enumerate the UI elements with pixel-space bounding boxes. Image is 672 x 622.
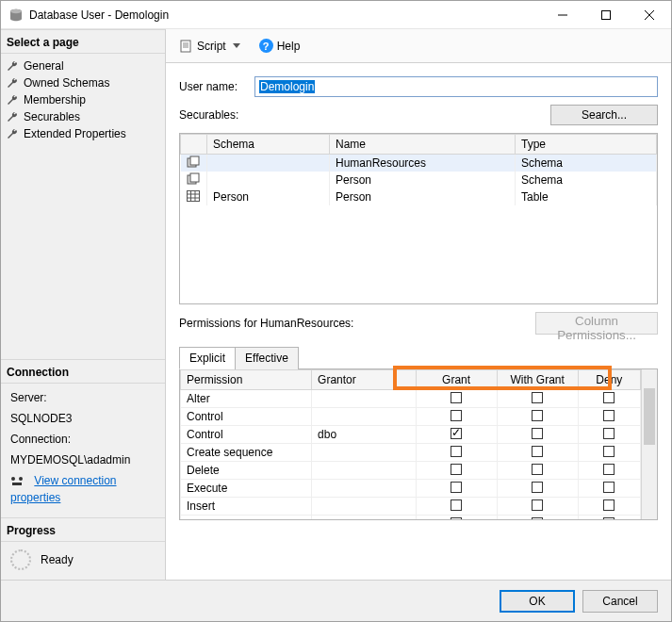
checkbox-icon[interactable]	[603, 499, 615, 511]
checkbox-icon[interactable]	[532, 482, 543, 493]
cancel-button[interactable]: Cancel	[582, 590, 658, 613]
nav-item-membership[interactable]: Membership	[1, 91, 165, 108]
permission-row[interactable]: Execute	[181, 480, 641, 498]
content-area: User name: Demologin Securables: Search.…	[166, 63, 671, 580]
checkbox-cell[interactable]	[497, 408, 578, 426]
col-permission[interactable]: Permission	[181, 370, 312, 390]
checkbox-cell[interactable]	[416, 462, 497, 480]
checkbox-icon[interactable]	[532, 517, 543, 520]
checkbox-cell[interactable]	[416, 480, 497, 498]
cell-name: Person	[330, 172, 516, 188]
search-button[interactable]: Search...	[550, 105, 658, 125]
checkbox-icon[interactable]	[451, 517, 462, 520]
checkbox-cell[interactable]	[578, 408, 640, 426]
checkbox-icon[interactable]	[532, 392, 543, 403]
checkbox-cell[interactable]	[416, 426, 497, 444]
checkbox-icon[interactable]	[451, 428, 462, 439]
tab-explicit[interactable]: Explicit	[179, 347, 236, 369]
cell-permission: Control	[181, 408, 312, 426]
dialog-body: Select a page General Owned Schemas Memb…	[1, 29, 671, 580]
nav-item-extended-properties[interactable]: Extended Properties	[1, 125, 165, 142]
checkbox-cell[interactable]	[578, 516, 640, 520]
securables-grid[interactable]: Schema Name Type HumanResourcesSchemaPer…	[179, 133, 658, 304]
nav-item-owned-schemas[interactable]: Owned Schemas	[1, 74, 165, 91]
checkbox-cell[interactable]	[578, 390, 640, 408]
server-value: SQLNODE3	[10, 410, 159, 427]
vertical-scrollbar[interactable]	[641, 369, 657, 519]
checkbox-icon[interactable]	[532, 446, 543, 457]
ok-button[interactable]: OK	[500, 590, 575, 613]
checkbox-icon[interactable]	[603, 482, 615, 493]
connection-value: MYDEMOSQL\adadmin	[10, 451, 159, 468]
permission-row[interactable]: Insert	[181, 498, 641, 516]
minimize-button[interactable]	[541, 1, 584, 29]
permission-row[interactable]: Alter	[181, 390, 641, 408]
col-grantor[interactable]: Grantor	[312, 370, 416, 390]
permission-row[interactable]: Delete	[181, 462, 641, 480]
checkbox-cell[interactable]	[578, 498, 640, 516]
checkbox-cell[interactable]	[578, 480, 640, 498]
checkbox-cell[interactable]	[497, 390, 578, 408]
select-page-header: Select a page	[1, 29, 165, 54]
col-deny[interactable]: Deny	[578, 370, 640, 390]
col-icon[interactable]	[181, 135, 207, 155]
maximize-button[interactable]	[584, 1, 628, 29]
scrollbar-thumb[interactable]	[644, 388, 655, 445]
checkbox-icon[interactable]	[603, 517, 615, 520]
permissions-grid[interactable]: Permission Grantor Grant With Grant Deny…	[179, 369, 658, 520]
checkbox-icon[interactable]	[451, 464, 462, 475]
nav-item-general[interactable]: General	[1, 57, 165, 74]
checkbox-cell[interactable]	[416, 516, 497, 520]
script-button[interactable]: Script	[173, 36, 247, 57]
permission-row[interactable]: References	[181, 516, 641, 520]
checkbox-cell[interactable]	[497, 498, 578, 516]
checkbox-cell[interactable]	[416, 498, 497, 516]
checkbox-cell[interactable]	[578, 462, 640, 480]
checkbox-cell[interactable]	[497, 462, 578, 480]
securable-row[interactable]: HumanResourcesSchema	[181, 155, 657, 172]
permission-row[interactable]: Create sequence	[181, 444, 641, 462]
checkbox-icon[interactable]	[603, 428, 615, 439]
checkbox-cell[interactable]	[497, 516, 578, 520]
checkbox-cell[interactable]	[416, 444, 497, 462]
checkbox-icon[interactable]	[532, 428, 543, 439]
permission-row[interactable]: Controldbo	[181, 426, 641, 444]
col-type[interactable]: Type	[516, 135, 657, 155]
checkbox-icon[interactable]	[603, 392, 615, 403]
checkbox-icon[interactable]	[603, 464, 615, 475]
permission-row[interactable]: Control	[181, 408, 641, 426]
col-schema[interactable]: Schema	[207, 135, 330, 155]
checkbox-cell[interactable]	[416, 408, 497, 426]
checkbox-cell[interactable]	[497, 444, 578, 462]
col-name[interactable]: Name	[330, 135, 516, 155]
checkbox-icon[interactable]	[451, 446, 462, 457]
nav-item-securables[interactable]: Securables	[1, 108, 165, 125]
checkbox-icon[interactable]	[603, 410, 615, 421]
checkbox-cell[interactable]	[578, 426, 640, 444]
col-grant[interactable]: Grant	[416, 370, 497, 390]
checkbox-icon[interactable]	[451, 392, 462, 403]
view-connection-properties-link[interactable]: View connection properties	[10, 474, 117, 504]
nav-label: Extended Properties	[24, 127, 126, 140]
checkbox-cell[interactable]	[497, 480, 578, 498]
help-button[interactable]: ? Help	[253, 35, 307, 57]
checkbox-icon[interactable]	[451, 499, 462, 511]
checkbox-cell[interactable]	[416, 390, 497, 408]
checkbox-cell[interactable]	[497, 426, 578, 444]
script-icon	[180, 40, 193, 53]
checkbox-icon[interactable]	[603, 446, 615, 457]
checkbox-icon[interactable]	[532, 499, 543, 511]
securable-row[interactable]: PersonPersonTable	[181, 188, 657, 205]
cell-permission: Alter	[181, 390, 312, 408]
close-button[interactable]	[628, 1, 671, 29]
checkbox-icon[interactable]	[451, 410, 462, 421]
cell-grantor	[312, 516, 416, 520]
checkbox-cell[interactable]	[578, 444, 640, 462]
col-with-grant[interactable]: With Grant	[497, 370, 578, 390]
checkbox-icon[interactable]	[451, 482, 462, 493]
checkbox-icon[interactable]	[532, 410, 543, 421]
tab-effective[interactable]: Effective	[235, 347, 299, 369]
user-name-input[interactable]: Demologin	[254, 76, 658, 97]
securable-row[interactable]: PersonSchema	[181, 172, 657, 188]
checkbox-icon[interactable]	[532, 464, 543, 475]
